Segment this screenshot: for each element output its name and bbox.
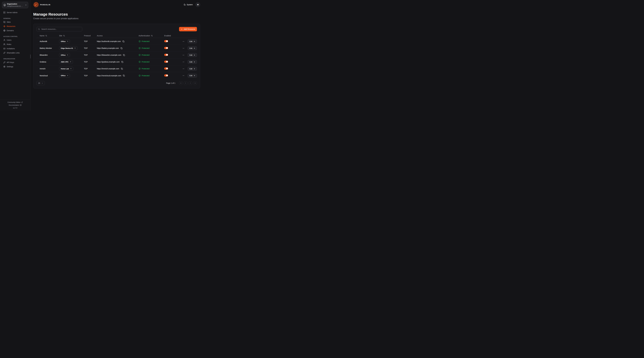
column-header-authentication[interactable]: Authentication [138, 35, 164, 37]
page-head: Manage Resources Create secure proxies t… [33, 12, 200, 20]
arrow-right-icon [194, 75, 195, 76]
resource-protocol: TCP [84, 54, 97, 56]
edit-button[interactable]: Edit [188, 46, 197, 50]
row-menu-button[interactable] [182, 74, 185, 77]
resource-access-url: https://authentik.example.com [97, 40, 121, 42]
moon-icon [184, 4, 186, 6]
enabled-toggle[interactable] [164, 40, 168, 42]
sidebar-item-label: Invitations [7, 48, 15, 50]
copy-button[interactable] [121, 68, 123, 70]
sidebar-item-users[interactable]: Users [2, 38, 28, 42]
page-info: Page 1 of 1 [166, 82, 176, 84]
sidebar-item-domains[interactable]: Domains [2, 28, 28, 33]
theme-label: System [187, 4, 193, 6]
sidebar-item-label: Sites [7, 21, 11, 23]
search-icon [38, 28, 40, 30]
copy-button[interactable] [122, 40, 124, 43]
topbar-right: System M [184, 2, 200, 7]
users-icon [3, 43, 6, 45]
copy-button[interactable] [121, 61, 124, 63]
sidebar-item-label: Resources [7, 25, 15, 27]
sidebar-item-settings[interactable]: Settings [2, 65, 28, 69]
enabled-toggle[interactable] [164, 61, 168, 63]
row-menu-button[interactable] [182, 68, 185, 70]
edit-button[interactable]: Edit [188, 40, 197, 43]
sidebar-item-api-keys[interactable]: API Keys [2, 60, 28, 65]
enabled-toggle[interactable] [164, 54, 168, 56]
sidebar-item-sites[interactable]: Sites [2, 20, 28, 24]
key-icon [3, 61, 6, 63]
edit-button[interactable]: Edit [188, 74, 197, 78]
copy-button[interactable] [123, 75, 125, 77]
theme-selector[interactable]: System [184, 4, 193, 6]
add-resource-label: Add Resource [184, 28, 195, 30]
section-heading-general: GENERAL [2, 18, 28, 19]
sidebar-item-label: Shareable Links [7, 52, 20, 54]
site-link[interactable]: Home Lab [59, 67, 73, 71]
sidebar-item-shareable-links[interactable]: Shareable Links [2, 51, 28, 55]
sidebar-item-label: API Keys [7, 61, 14, 63]
row-menu-button[interactable] [182, 47, 185, 50]
resource-access-url: https://grafana.example.com [97, 61, 120, 63]
edit-button[interactable]: Edit [188, 60, 197, 64]
sidebar-item-resources[interactable]: Resources [2, 24, 28, 28]
arrow-right-icon [194, 68, 195, 70]
shield-check-icon [138, 68, 141, 70]
add-resource-button[interactable]: Add Resource [179, 27, 197, 31]
last-page-button[interactable] [193, 81, 197, 85]
page-size-select[interactable]: 20 [36, 81, 45, 85]
auth-status-badge: Protected [138, 40, 164, 42]
resource-protocol: TCP [84, 47, 97, 49]
sidebar-nav: Server Admin GENERAL Sites Resources Dom… [2, 10, 28, 69]
site-link[interactable]: Office [59, 53, 70, 57]
prev-page-button[interactable] [184, 81, 188, 85]
pangolin-logo-icon [33, 2, 39, 8]
chevron-down-icon [42, 82, 43, 84]
sidebar-item-invitations[interactable]: Invitations [2, 46, 28, 51]
plus-icon [181, 28, 183, 30]
row-menu-button[interactable] [182, 40, 185, 43]
resource-name: Battery Monitor [40, 47, 59, 49]
sidebar-item-roles[interactable]: Roles [2, 42, 28, 46]
site-link[interactable]: Office [59, 40, 70, 43]
sidebar-scrollbar[interactable] [30, 55, 31, 58]
column-header-site[interactable]: Site [59, 35, 84, 37]
shield-check-icon [138, 47, 141, 49]
site-link[interactable]: Edge Device 01 [59, 46, 78, 50]
resource-name: Nextcloud [40, 75, 59, 77]
documentation-link[interactable]: Documentation [9, 104, 22, 106]
search-input[interactable] [41, 28, 81, 30]
copy-button[interactable] [123, 54, 125, 56]
resource-access-url: https://battery.example.com [97, 47, 119, 49]
sort-icon [151, 35, 153, 37]
auth-status-badge: Protected [138, 61, 164, 63]
copy-button[interactable] [120, 47, 122, 49]
next-page-button[interactable] [188, 81, 192, 85]
resources-table: Name Site Protocol Access [36, 33, 197, 79]
table-row: Bitwarden Office TCP https://bitwarden.e… [36, 52, 197, 59]
site-link[interactable]: AWS VPC [59, 60, 73, 64]
topbar: PANGOLIN System M [33, 0, 200, 9]
row-menu-button[interactable] [182, 61, 185, 63]
org-selector[interactable]: Organization milo@fossorial.io's ... [2, 2, 28, 8]
enabled-toggle[interactable] [164, 47, 168, 49]
enabled-toggle[interactable] [164, 67, 168, 70]
column-header-name[interactable]: Name [40, 35, 59, 37]
sidebar-item-label: Users [7, 39, 12, 41]
card-toolbar: Add Resource [36, 27, 197, 31]
resource-access-url: https://immich.example.com [97, 68, 119, 70]
arrow-up-right-icon [67, 54, 68, 56]
community-edition-link[interactable]: Community Edition [8, 101, 23, 103]
first-page-button[interactable] [179, 81, 183, 85]
avatar[interactable]: M [196, 2, 200, 7]
row-menu-button[interactable] [182, 54, 185, 56]
resource-access-url: https://bitwarden.example.com [97, 54, 121, 56]
sidebar-item-server-admin[interactable]: Server Admin [2, 10, 28, 15]
org-label: Organization [7, 3, 24, 5]
resource-name: Authentik [40, 40, 59, 42]
edit-button[interactable]: Edit [188, 53, 197, 57]
enabled-toggle[interactable] [164, 74, 168, 77]
site-link[interactable]: Office [59, 74, 70, 78]
org-text: Organization milo@fossorial.io's ... [7, 3, 24, 7]
edit-button[interactable]: Edit [188, 67, 197, 71]
